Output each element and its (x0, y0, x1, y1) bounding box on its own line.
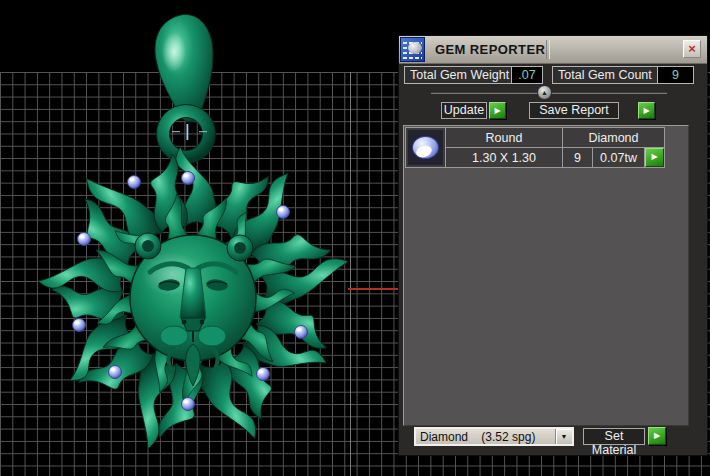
gem-table: Round Diamond 1.30 X 1.30 9 0.07tw ▶ (405, 127, 665, 168)
total-gem-count-value: 9 (657, 67, 693, 83)
gem-instance (73, 319, 86, 332)
gem-instance (182, 398, 195, 411)
dropdown-caret-icon[interactable]: ▼ (555, 429, 572, 444)
gem-instance (109, 366, 122, 379)
total-gem-count-group: Total Gem Count 9 (552, 66, 694, 84)
gem-instance (128, 176, 141, 189)
gem-thumbnail-tile (408, 130, 443, 165)
gem-instance (295, 326, 308, 339)
gem-shape-header: Round (446, 128, 562, 147)
gem-row-run-icon[interactable]: ▶ (645, 148, 664, 167)
gem-count-cell: 9 (563, 148, 592, 167)
lion-sun-pendant-model (0, 0, 400, 476)
material-dropdown[interactable]: Diamond (3.52 spg) ▼ (414, 427, 574, 446)
save-report-button[interactable]: Save Report (529, 102, 619, 119)
round-gem-icon (412, 136, 439, 159)
total-gem-weight-value: .07 (511, 67, 542, 83)
gem-material-header: Diamond (563, 128, 664, 147)
panel-slider-handle[interactable]: ▲ (537, 85, 552, 100)
panel-title: GEM REPORTER (435, 42, 545, 57)
gem-thumbnail-cell[interactable] (406, 128, 445, 167)
total-gem-weight-group: Total Gem Weight .07 (404, 66, 543, 84)
save-report-run-icon[interactable]: ▶ (638, 102, 655, 119)
gem-row-action-cell: ▶ (645, 148, 664, 167)
gem-instance (277, 206, 290, 219)
panel-titlebar[interactable]: GEM REPORTER × (399, 36, 707, 64)
update-run-icon[interactable]: ▶ (489, 102, 506, 119)
gem-reporter-panel: GEM REPORTER × Total Gem Weight .07 Tota… (398, 35, 708, 456)
close-button[interactable]: × (683, 40, 701, 58)
gem-instance (257, 368, 270, 381)
pendant-bail (155, 14, 216, 163)
gem-list-area: Round Diamond 1.30 X 1.30 9 0.07tw ▶ (403, 125, 689, 426)
total-gem-count-label: Total Gem Count (553, 67, 657, 83)
total-gem-weight-label: Total Gem Weight (405, 67, 511, 83)
set-material-button[interactable]: Set Material (583, 428, 645, 445)
gem-size-cell: 1.30 X 1.30 (446, 148, 562, 167)
titlebar-separator (546, 40, 550, 59)
gem-weight-cell: 0.07tw (593, 148, 644, 167)
gem-reporter-icon (400, 37, 425, 62)
update-button[interactable]: Update (441, 102, 487, 119)
material-dropdown-value: Diamond (3.52 spg) (416, 430, 555, 444)
set-material-run-icon[interactable]: ▶ (648, 427, 666, 445)
gem-instance (182, 172, 195, 185)
gem-instance (78, 233, 91, 246)
application-window: GEM REPORTER × Total Gem Weight .07 Tota… (0, 0, 710, 476)
